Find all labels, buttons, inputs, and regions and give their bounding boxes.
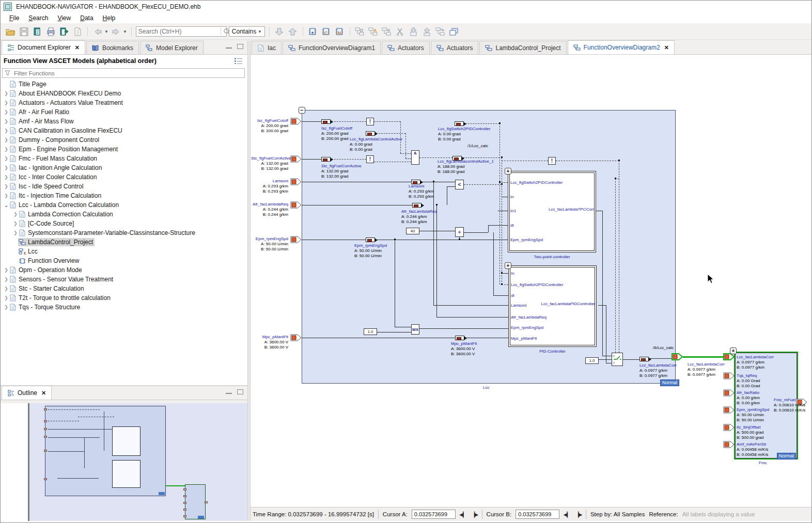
chevron-collapsed-icon[interactable]: ❯ — [4, 184, 9, 189]
cursor-a-input[interactable] — [412, 510, 456, 519]
fmc-input-port-Afr_facRatio[interactable] — [723, 389, 735, 397]
outline-minimap[interactable] — [1, 403, 247, 521]
editor-tab-actuators[interactable]: Actuators — [431, 41, 479, 54]
minimize-panel-icon[interactable] — [226, 47, 232, 49]
n-block-button[interactable]: N — [334, 26, 346, 37]
search-mode-dropdown[interactable]: Contains▼ — [229, 26, 265, 37]
not-operator[interactable]: ! — [548, 157, 556, 165]
chevron-collapsed-icon[interactable]: ❯ — [4, 277, 9, 282]
chevron-collapsed-icon[interactable]: ❯ — [4, 175, 9, 180]
up-button[interactable] — [287, 26, 299, 37]
tree-item-fmc-fuel-mass-calculation[interactable]: ❯Fmc - Fuel Mass Calculation — [1, 154, 247, 163]
tree-item-lambda-correction-calculation[interactable]: ❯Lambda Correction Calculation — [1, 210, 247, 219]
chevron-collapsed-icon[interactable]: ❯ — [13, 212, 18, 217]
tree-item-t2t-torque-to-throttle-calculation[interactable]: ❯T2t - Torque to throttle calculation — [1, 293, 247, 303]
maximize-panel-icon[interactable] — [237, 389, 243, 394]
fmc-input-port-Lcc_facLambdaCorr[interactable] — [723, 353, 735, 360]
chevron-collapsed-icon[interactable]: ❯ — [4, 286, 9, 291]
tree-item-stc-starter-calculation[interactable]: ❯Stc - Starter Calculation — [1, 284, 247, 293]
tree-item-dummy-component-control[interactable]: ❯Dummy - Component Control — [1, 135, 247, 145]
editor-tab-functionoverviewdiagram1[interactable]: FunctionOverviewDiagram1 — [283, 41, 381, 54]
tab-model-explorer[interactable]: Model Explorer — [140, 41, 204, 54]
divide-operator[interactable]: ÷ — [455, 227, 464, 237]
duplicate-window-button[interactable] — [448, 26, 460, 37]
cursor-b-input[interactable] — [516, 510, 559, 519]
editor-tab-functionoverviewdiagram2[interactable]: FunctionOverviewDiagram2✕ — [568, 40, 675, 54]
diagram-a-button[interactable]: A — [368, 26, 379, 37]
tree-item--c-code-source-[interactable]: ❯[C-Code Source] — [1, 219, 247, 228]
chevron-collapsed-icon[interactable]: ❯ — [4, 137, 9, 142]
tree-item-about-ehandbook-flexecu-demo[interactable]: ❯About EHANDBOOK FlexECU Demo — [1, 89, 247, 98]
tree-item-afr-air-fuel-ratio[interactable]: ❯Afr - Air Fuel Ratio — [1, 107, 247, 117]
tree-item-opm-operation-mode[interactable]: ❯Opm - Operation Mode — [1, 265, 247, 275]
tree-item-lcc-lambda-correction-calculation[interactable]: ⌄Lcc - Lambda Correction Calculation — [1, 200, 247, 210]
chevron-collapsed-icon[interactable]: ❯ — [4, 91, 9, 96]
input-port-Epm_rpmEngSpd[interactable] — [290, 236, 302, 243]
chevron-collapsed-icon[interactable]: ❯ — [4, 193, 9, 198]
fmc-input-port-Tqs_tqReq[interactable] — [723, 372, 735, 379]
add-block-button[interactable]: + — [307, 26, 319, 37]
cut-button[interactable] — [395, 26, 406, 37]
not-operator[interactable]: ! — [366, 155, 374, 163]
pdf-button[interactable] — [72, 26, 83, 37]
input-port-Afr_facLambdaReq[interactable] — [290, 201, 302, 209]
minimize-panel-icon[interactable] — [226, 393, 232, 394]
editor-tab-lambdacontrol_project[interactable]: LambdaControl_Project — [479, 41, 566, 54]
constant-block[interactable]: 1.0 — [364, 328, 377, 335]
output-port-Lcc_facLambdaCorr[interactable] — [672, 353, 683, 360]
chevron-collapsed-icon[interactable]: ❯ — [4, 165, 9, 170]
back-button[interactable] — [92, 26, 103, 37]
tree-item-function-overview[interactable]: Function Overview — [1, 256, 247, 265]
tab-document-explorer[interactable]: Document Explorer ✕ — [2, 40, 85, 54]
chevron-collapsed-icon[interactable]: ❯ — [4, 119, 9, 124]
print-button[interactable] — [45, 26, 56, 37]
switch-block[interactable] — [612, 353, 623, 366]
tree-item-tqs-torque-structure[interactable]: ❯Tqs - Torque Structure — [1, 303, 247, 312]
tree-item-isc-idle-speed-control[interactable]: ❯Isc - Idle Speed Control — [1, 182, 247, 191]
expand-block-button[interactable]: + — [730, 347, 737, 354]
view-menu-icon[interactable] — [235, 58, 242, 64]
input-port-Stc_flgFuelCorrActive[interactable] — [290, 155, 302, 163]
cursor-a-step-forward-button[interactable]: ▕▶ — [471, 512, 477, 517]
tree-item-sensors-sensor-value-treatment[interactable]: ❯Sensors - Sensor Value Treatment — [1, 275, 247, 284]
editor-tab-actuators[interactable]: Actuators — [382, 41, 430, 54]
constant-block[interactable]: 40 — [406, 228, 419, 234]
step-out-button[interactable] — [421, 26, 433, 37]
filter-input[interactable] — [13, 70, 244, 77]
mux-block[interactable]: MX — [411, 324, 419, 335]
menu-data[interactable]: Data — [75, 13, 98, 23]
expand-block-button[interactable]: + — [505, 168, 511, 175]
less-than-operator[interactable]: < — [455, 180, 464, 189]
and-operator[interactable]: & — [411, 150, 419, 165]
editor-tab-iac[interactable]: Iac — [252, 41, 282, 54]
tree-item-epm-engine-position-management[interactable]: ❯Epm - Engine Position Management — [1, 145, 247, 154]
fmc-input-port-Itc_tiInjOffset[interactable] — [723, 424, 735, 431]
chevron-collapsed-icon[interactable]: ❯ — [13, 230, 18, 235]
chevron-collapsed-icon[interactable]: ❯ — [4, 147, 9, 152]
menu-help[interactable]: Help — [98, 13, 120, 23]
open-button[interactable] — [5, 26, 16, 37]
tree-item-systemconstant-parameter-variable-classi[interactable]: ❯Systemconstant-Parameter-Variable-Class… — [1, 228, 247, 237]
tree-item-actuators-actuators-value-treatment[interactable]: ❯Actuators - Actuators Value Treatment — [1, 98, 247, 107]
close-icon[interactable]: ✕ — [75, 44, 80, 51]
close-icon[interactable]: ✕ — [41, 390, 46, 397]
chevron-expanded-icon[interactable]: ⌄ — [4, 202, 9, 209]
tree-item-can-calibration-in-gasoline-flexecu[interactable]: ❯CAN Calibration in Gasoline FlexECU — [1, 126, 247, 135]
maximize-panel-icon[interactable] — [237, 44, 243, 49]
chevron-collapsed-icon[interactable]: ❯ — [4, 267, 9, 273]
cursor-b-step-forward-button[interactable]: ▕▶ — [575, 512, 582, 517]
tree-item-title-page[interactable]: Title Page — [1, 80, 247, 89]
step-into-button[interactable] — [408, 26, 419, 37]
chevron-collapsed-icon[interactable]: ❯ — [4, 128, 9, 133]
diagram-d-button[interactable]: D — [354, 26, 366, 37]
diagram-canvas[interactable]: !!!<÷MX401.01.0&Isc_flgFuelCutoffA: 200.… — [251, 55, 812, 507]
chevron-collapsed-icon[interactable]: ❯ — [4, 295, 9, 300]
fmc-input-port-Amf_mAirPerStr[interactable] — [723, 441, 735, 448]
cursor-b-step-back-button[interactable]: ◀▏ — [564, 512, 570, 517]
export-book-button[interactable] — [58, 26, 70, 37]
collapse-block-button[interactable]: − — [299, 107, 305, 114]
diagram-remove-button[interactable]: ↷ — [435, 26, 446, 37]
tree-item-lambdacontrol-project[interactable]: LambdaControl_Project — [1, 237, 247, 247]
dropdown-caret-icon[interactable]: ▼ — [104, 29, 108, 34]
close-icon[interactable]: ✕ — [664, 44, 669, 51]
